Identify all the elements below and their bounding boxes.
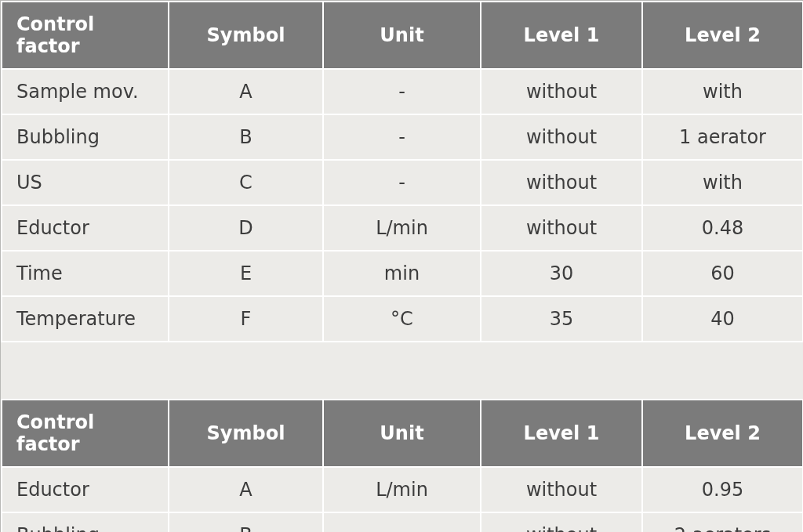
table-row: Eductor D L/min without 0.48 — [2, 205, 803, 251]
cell-level2: 1 aerator — [642, 114, 803, 160]
cell-unit: min — [323, 251, 481, 296]
cell-level2: 40 — [642, 296, 803, 342]
col-header-symbol: Symbol — [169, 400, 323, 467]
table-row: Sample mov. A - without with — [2, 69, 803, 114]
col-header-unit: Unit — [323, 2, 481, 69]
cell-level2: 60 — [642, 251, 803, 296]
factors-tables: Control factor Symbol Unit Level 1 Level… — [1, 1, 803, 532]
cell-level2: with — [642, 160, 803, 205]
cell-level1: 30 — [481, 251, 642, 296]
col-header-factor: Control factor — [2, 2, 169, 69]
cell-symbol: B — [169, 512, 323, 532]
col-header-unit: Unit — [323, 400, 481, 467]
table-row: Time E min 30 60 — [2, 251, 803, 296]
cell-level1: without — [481, 160, 642, 205]
col-header-level1: Level 1 — [481, 400, 642, 467]
cell-factor: Time — [2, 251, 169, 296]
cell-level1: 35 — [481, 296, 642, 342]
cell-unit: - — [323, 114, 481, 160]
cell-level1: without — [481, 69, 642, 114]
cell-unit: - — [323, 69, 481, 114]
table-row: US C - without with — [2, 160, 803, 205]
table-spacer — [2, 342, 803, 400]
cell-unit: L/min — [323, 205, 481, 251]
table2-header-row: Control factor Symbol Unit Level 1 Level… — [2, 400, 803, 467]
table-row: Bubbling B - without 2 aerators — [2, 512, 803, 532]
cell-factor: Sample mov. — [2, 69, 169, 114]
spacer — [2, 342, 803, 400]
cell-unit: °C — [323, 296, 481, 342]
cell-symbol: F — [169, 296, 323, 342]
table-row: Eductor A L/min without 0.95 — [2, 467, 803, 512]
cell-factor: Bubbling — [2, 114, 169, 160]
cell-unit: L/min — [323, 467, 481, 512]
cell-level2: with — [642, 69, 803, 114]
cell-level1: without — [481, 114, 642, 160]
table-row: Temperature F °C 35 40 — [2, 296, 803, 342]
cell-symbol: D — [169, 205, 323, 251]
cell-factor: Temperature — [2, 296, 169, 342]
cell-unit: - — [323, 160, 481, 205]
cell-level1: without — [481, 512, 642, 532]
table-row: Bubbling B - without 1 aerator — [2, 114, 803, 160]
cell-symbol: B — [169, 114, 323, 160]
cell-unit: - — [323, 512, 481, 532]
cell-factor: US — [2, 160, 169, 205]
cell-level2: 0.48 — [642, 205, 803, 251]
col-header-level1: Level 1 — [481, 2, 642, 69]
cell-symbol: E — [169, 251, 323, 296]
col-header-level2: Level 2 — [642, 400, 803, 467]
col-header-symbol: Symbol — [169, 2, 323, 69]
col-header-factor: Control factor — [2, 400, 169, 467]
cell-symbol: A — [169, 467, 323, 512]
table1-header-row: Control factor Symbol Unit Level 1 Level… — [2, 2, 803, 69]
cell-symbol: A — [169, 69, 323, 114]
cell-symbol: C — [169, 160, 323, 205]
cell-factor: Eductor — [2, 205, 169, 251]
cell-level2: 0.95 — [642, 467, 803, 512]
cell-level1: without — [481, 205, 642, 251]
cell-level1: without — [481, 467, 642, 512]
cell-factor: Bubbling — [2, 512, 169, 532]
cell-factor: Eductor — [2, 467, 169, 512]
col-header-level2: Level 2 — [642, 2, 803, 69]
cell-level2: 2 aerators — [642, 512, 803, 532]
